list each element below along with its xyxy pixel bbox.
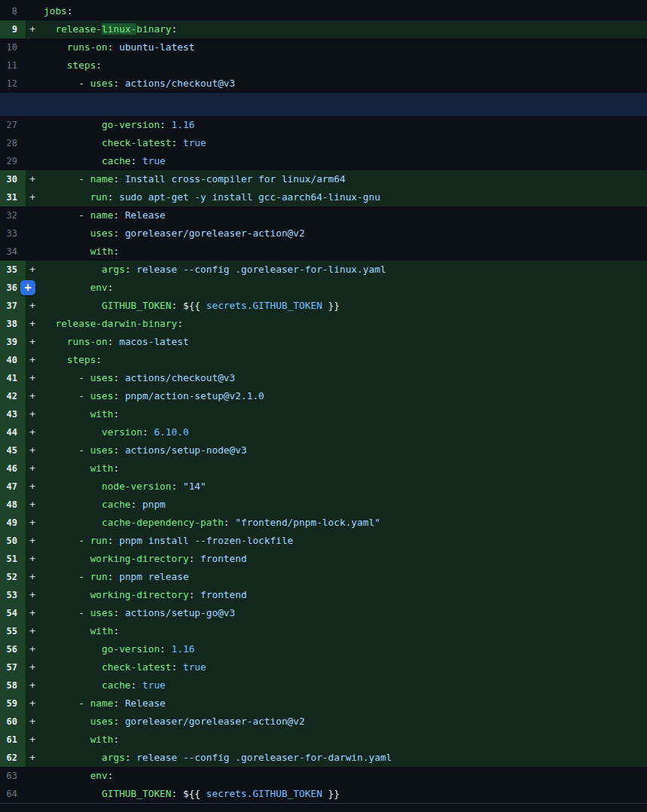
diff-marker [26, 134, 39, 152]
diff-line: 39+ runs-on: macos-latest [0, 333, 647, 351]
code-line: go-version: 1.16 [39, 640, 194, 658]
line-number[interactable]: 57 [0, 658, 26, 676]
add-comment-button[interactable]: + [20, 280, 35, 295]
line-number[interactable]: 54 [0, 604, 26, 622]
line-number[interactable]: 62 [0, 749, 26, 767]
line-number[interactable]: 29 [0, 152, 26, 170]
code-segment: pnpm install --frozen-lockfile [119, 535, 293, 546]
code-segment: actions/checkout@v3 [125, 78, 235, 89]
diff-bottom-divider [0, 803, 647, 812]
line-number[interactable]: 9 [0, 20, 26, 38]
line-number[interactable]: 61 [0, 731, 26, 749]
line-number[interactable]: 55 [0, 622, 26, 640]
line-number[interactable]: 44 [0, 423, 26, 441]
diff-marker: + [26, 622, 39, 640]
line-number[interactable]: 8 [0, 2, 26, 20]
line-number[interactable]: 56 [0, 640, 26, 658]
line-number[interactable]: 32 [0, 206, 26, 224]
code-segment: : [96, 354, 102, 365]
line-number[interactable]: 33 [0, 224, 26, 243]
line-number[interactable]: 51 [0, 550, 26, 568]
code-segment: : [172, 661, 183, 673]
line-number[interactable]: 35 [0, 261, 26, 279]
code-line: cache: true [39, 676, 166, 694]
code-segment: : [108, 191, 119, 203]
code-segment: uses [90, 78, 114, 89]
code-segment: frontend [200, 589, 247, 600]
line-number[interactable]: 52 [0, 568, 26, 586]
line-number[interactable]: 39 [0, 333, 26, 351]
line-number[interactable]: 12 [0, 75, 26, 93]
line-number[interactable]: 43 [0, 405, 26, 423]
diff-line: 12 - uses: actions/checkout@v3 [0, 75, 647, 93]
line-number[interactable]: 60 [0, 713, 26, 731]
code-segment: secrets.GITHUB_TOKEN [200, 300, 328, 311]
line-number[interactable]: 38 [0, 315, 26, 333]
code-segment: 1.16 [172, 119, 195, 130]
code-segment [44, 517, 102, 528]
line-number[interactable]: 63 [0, 767, 26, 785]
line-number[interactable]: 42 [0, 387, 26, 405]
code-segment: - [44, 78, 90, 89]
line-number[interactable]: 28 [0, 134, 26, 152]
code-segment: : [113, 78, 124, 89]
line-number[interactable]: 41 [0, 369, 26, 387]
code-line: cache: pnpm [39, 496, 166, 514]
line-number[interactable]: 47 [0, 478, 26, 496]
line-number[interactable]: 37 [0, 297, 26, 315]
line-number[interactable]: 31 [0, 188, 26, 206]
diff-line: 29 cache: true [0, 152, 647, 170]
diff-line: 38+ release-darwin-binary: [0, 315, 647, 333]
diff-line: 57+ check-latest: true [0, 658, 647, 676]
code-segment [44, 227, 90, 239]
code-segment: : [172, 481, 183, 492]
code-line: jobs: [39, 2, 73, 20]
code-segment: sudo apt-get -y install gcc-aarch64-linu… [119, 191, 380, 203]
code-segment: uses [90, 372, 114, 383]
line-number[interactable]: 53 [0, 586, 26, 604]
code-segment: binary [136, 23, 171, 35]
code-segment: cache [102, 679, 131, 691]
code-segment: : [131, 499, 142, 510]
diff-line: 11 steps: [0, 56, 647, 75]
line-number[interactable]: 30 [0, 170, 26, 188]
line-number[interactable]: 40 [0, 351, 26, 369]
code-segment: : [113, 607, 124, 618]
code-segment: name [90, 209, 114, 221]
line-number[interactable]: 50 [0, 532, 26, 550]
code-segment: : [189, 589, 200, 600]
line-number[interactable]: 27 [0, 116, 26, 134]
code-segment: name [90, 173, 114, 185]
diff-line: 33 uses: goreleaser/goreleaser-action@v2 [0, 224, 647, 243]
line-number[interactable]: 49 [0, 514, 26, 532]
diff-marker: + [26, 423, 39, 441]
diff-line: 55+ with: [0, 622, 647, 640]
code-segment [44, 41, 67, 53]
line-number[interactable]: 58 [0, 676, 26, 694]
line-number[interactable]: 11 [0, 56, 26, 75]
diff-marker [26, 152, 39, 170]
code-segment: : [108, 770, 114, 781]
expand-hunk-row[interactable] [0, 93, 647, 116]
line-number[interactable]: 45 [0, 441, 26, 459]
code-segment: macos-latest [119, 336, 188, 347]
diff-line: 46+ with: [0, 459, 647, 478]
code-segment [44, 661, 102, 673]
line-number[interactable]: 34 [0, 243, 26, 261]
diff-marker: + [26, 441, 39, 459]
line-number[interactable]: 10 [0, 38, 26, 56]
line-number[interactable]: 48 [0, 496, 26, 514]
code-segment: true [183, 137, 206, 148]
code-segment: uses [90, 444, 114, 456]
line-number[interactable]: 64 [0, 785, 26, 803]
line-number[interactable]: 59 [0, 694, 26, 713]
line-number[interactable]: 46 [0, 459, 26, 478]
diff-marker [26, 785, 39, 803]
diff-marker [26, 224, 39, 243]
code-segment: frontend [200, 553, 247, 564]
code-segment [44, 155, 102, 166]
code-segment: - [44, 698, 90, 709]
code-segment [44, 716, 90, 727]
code-segment: Release [125, 698, 166, 709]
code-line: cache: true [39, 152, 166, 170]
